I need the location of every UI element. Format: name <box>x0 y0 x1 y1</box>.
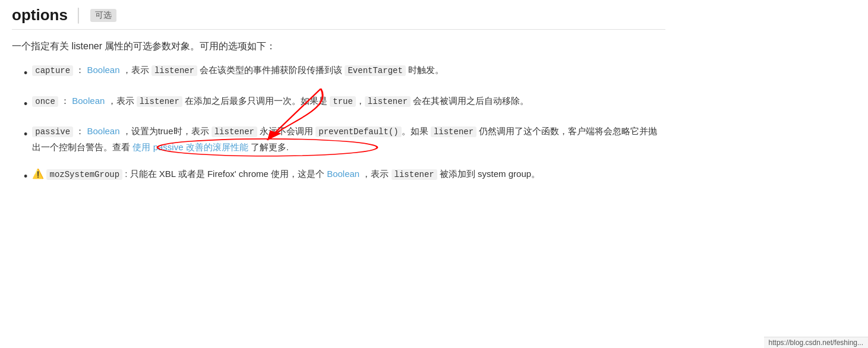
text-passive-2: 了解更多. <box>251 142 289 152</box>
list-item-mozsystemgroup: • ⚠️ mozSystemGroup : 只能在 XBL 或者是 Firefo… <box>24 166 665 186</box>
item-name-once: once <box>32 96 58 107</box>
bullet-capture: • <box>24 64 27 83</box>
text-passive-1: ，设置为true时，表示 listener 永远不会调用 preventDefa… <box>32 126 657 152</box>
text-mozsystemgroup-2: ，表示 listener 被添加到 system group。 <box>362 169 540 179</box>
list-item-capture: • capture ： Boolean ，表示 listener 会在该类型的事… <box>24 62 665 83</box>
item-name-mozsystemgroup: mozSystemGroup <box>46 169 122 180</box>
items-list: • capture ： Boolean ，表示 listener 会在该类型的事… <box>12 62 665 185</box>
page-title: options <box>12 6 68 24</box>
header-row: options │ 可选 <box>12 6 665 30</box>
colon-capture: ： <box>75 65 84 75</box>
text-once: ，表示 listener 在添加之后最多只调用一次。如果是 true，liste… <box>108 96 529 106</box>
divider: │ <box>75 8 83 23</box>
type-mozsystemgroup: Boolean <box>327 169 359 179</box>
warning-icon: ⚠️ <box>32 169 44 179</box>
colon-passive: ： <box>75 126 84 136</box>
item-name-passive: passive <box>32 126 73 137</box>
description: 一个指定有关 listener 属性的可选参数对象。可用的选项如下： <box>12 38 665 54</box>
type-once: Boolean <box>72 96 105 106</box>
optional-badge: 可选 <box>90 9 116 22</box>
passive-link[interactable]: 使用 passive 改善的滚屏性能 <box>132 142 248 152</box>
item-content-capture: capture ： Boolean ，表示 listener 会在该类型的事件捕… <box>32 62 665 78</box>
item-content-mozsystemgroup: ⚠️ mozSystemGroup : 只能在 XBL 或者是 Firefox'… <box>32 166 665 182</box>
list-item-once: • once ： Boolean ，表示 listener 在添加之后最多只调用… <box>24 93 665 113</box>
colon-once: ： <box>61 96 70 106</box>
item-content-once: once ： Boolean ，表示 listener 在添加之后最多只调用一次… <box>32 93 665 109</box>
page-wrapper: options │ 可选 一个指定有关 listener 属性的可选参数对象。可… <box>12 6 665 185</box>
type-passive: Boolean <box>87 126 119 136</box>
text-capture: ，表示 listener 会在该类型的事件捕获阶段传播到该 EventTarge… <box>122 65 444 75</box>
type-capture: Boolean <box>87 65 119 75</box>
list-item-passive: • passive ： Boolean ，设置为true时，表示 listene… <box>24 124 665 154</box>
bullet-once: • <box>24 95 27 113</box>
item-content-passive: passive ： Boolean ，设置为true时，表示 listener … <box>32 124 665 154</box>
item-name-capture: capture <box>32 65 73 76</box>
text-mozsystemgroup-1: : 只能在 XBL 或者是 Firefox' chrome 使用，这是个 <box>125 169 327 179</box>
bullet-passive: • <box>24 125 27 144</box>
bullet-mozsystemgroup: • <box>24 167 27 186</box>
